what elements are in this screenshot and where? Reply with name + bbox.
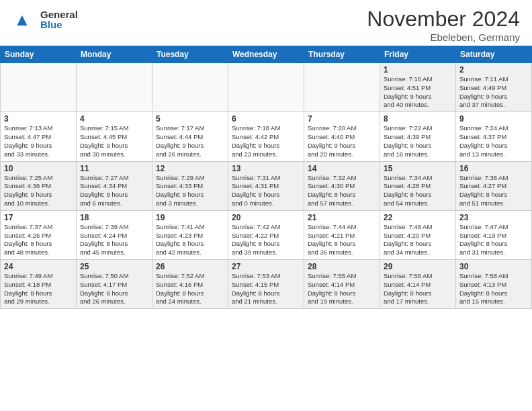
logo-icon: ▲ (12, 7, 38, 32)
location: Ebeleben, Germany (367, 32, 520, 43)
calendar-week-2: 10Sunrise: 7:25 AM Sunset: 4:36 PM Dayli… (1, 161, 532, 210)
day-number: 27 (232, 262, 300, 271)
calendar-cell: 13Sunrise: 7:31 AM Sunset: 4:31 PM Dayli… (228, 161, 304, 210)
day-info: Sunrise: 7:37 AM Sunset: 4:26 PM Dayligh… (4, 223, 73, 257)
calendar-cell: 12Sunrise: 7:29 AM Sunset: 4:33 PM Dayli… (152, 161, 228, 210)
day-info: Sunrise: 7:29 AM Sunset: 4:33 PM Dayligh… (156, 174, 224, 208)
day-info: Sunrise: 7:49 AM Sunset: 4:18 PM Dayligh… (4, 272, 73, 306)
day-info: Sunrise: 7:47 AM Sunset: 4:19 PM Dayligh… (459, 223, 528, 257)
day-info: Sunrise: 7:11 AM Sunset: 4:49 PM Dayligh… (459, 75, 528, 109)
day-info: Sunrise: 7:20 AM Sunset: 4:40 PM Dayligh… (308, 124, 376, 158)
title-area: November 2024 Ebeleben, Germany (367, 7, 520, 43)
logo-text: General Blue (40, 9, 78, 30)
calendar-cell: 3Sunrise: 7:13 AM Sunset: 4:47 PM Daylig… (1, 112, 77, 161)
day-info: Sunrise: 7:52 AM Sunset: 4:16 PM Dayligh… (156, 272, 224, 306)
calendar-cell (1, 63, 77, 112)
calendar-cell: 10Sunrise: 7:25 AM Sunset: 4:36 PM Dayli… (1, 161, 77, 210)
weekday-header-sunday: Sunday (1, 46, 77, 63)
day-info: Sunrise: 7:42 AM Sunset: 4:22 PM Dayligh… (232, 223, 300, 257)
weekday-header-saturday: Saturday (456, 46, 532, 63)
day-number: 28 (308, 262, 376, 271)
calendar-cell: 15Sunrise: 7:34 AM Sunset: 4:28 PM Dayli… (380, 161, 456, 210)
weekday-header-thursday: Thursday (304, 46, 380, 63)
day-info: Sunrise: 7:27 AM Sunset: 4:34 PM Dayligh… (80, 174, 148, 208)
day-number: 9 (459, 114, 528, 124)
day-info: Sunrise: 7:15 AM Sunset: 4:45 PM Dayligh… (80, 124, 148, 158)
day-number: 12 (156, 164, 224, 173)
day-info: Sunrise: 7:41 AM Sunset: 4:23 PM Dayligh… (156, 223, 224, 257)
calendar-cell: 30Sunrise: 7:58 AM Sunset: 4:13 PM Dayli… (456, 260, 532, 309)
logo: ▲ General Blue (12, 7, 78, 32)
calendar-cell: 24Sunrise: 7:49 AM Sunset: 4:18 PM Dayli… (1, 260, 77, 309)
day-number: 19 (156, 213, 224, 222)
calendar-cell: 21Sunrise: 7:44 AM Sunset: 4:21 PM Dayli… (304, 210, 380, 259)
calendar-cell: 18Sunrise: 7:39 AM Sunset: 4:24 PM Dayli… (77, 210, 152, 259)
day-number: 23 (459, 213, 528, 222)
weekday-header-friday: Friday (380, 46, 456, 63)
day-number: 29 (384, 262, 452, 271)
calendar-cell: 14Sunrise: 7:32 AM Sunset: 4:30 PM Dayli… (304, 161, 380, 210)
day-number: 20 (232, 213, 300, 222)
day-info: Sunrise: 7:22 AM Sunset: 4:39 PM Dayligh… (384, 124, 452, 158)
day-number: 14 (308, 164, 376, 173)
day-info: Sunrise: 7:44 AM Sunset: 4:21 PM Dayligh… (308, 223, 376, 257)
day-info: Sunrise: 7:31 AM Sunset: 4:31 PM Dayligh… (232, 174, 300, 208)
weekday-header-monday: Monday (77, 46, 152, 63)
calendar-cell (228, 63, 304, 112)
calendar-cell: 4Sunrise: 7:15 AM Sunset: 4:45 PM Daylig… (77, 112, 152, 161)
month-title: November 2024 (367, 7, 520, 32)
day-info: Sunrise: 7:58 AM Sunset: 4:13 PM Dayligh… (459, 272, 528, 306)
day-info: Sunrise: 7:18 AM Sunset: 4:42 PM Dayligh… (232, 124, 300, 158)
calendar-cell: 19Sunrise: 7:41 AM Sunset: 4:23 PM Dayli… (152, 210, 228, 259)
day-info: Sunrise: 7:46 AM Sunset: 4:20 PM Dayligh… (384, 223, 452, 257)
day-info: Sunrise: 7:50 AM Sunset: 4:17 PM Dayligh… (80, 272, 148, 306)
calendar-week-1: 3Sunrise: 7:13 AM Sunset: 4:47 PM Daylig… (1, 112, 532, 161)
calendar-cell: 17Sunrise: 7:37 AM Sunset: 4:26 PM Dayli… (1, 210, 77, 259)
day-number: 25 (80, 262, 148, 271)
day-number: 24 (4, 262, 73, 271)
day-info: Sunrise: 7:56 AM Sunset: 4:14 PM Dayligh… (384, 272, 452, 306)
calendar-cell: 7Sunrise: 7:20 AM Sunset: 4:40 PM Daylig… (304, 112, 380, 161)
page-header: ▲ General Blue November 2024 Ebeleben, G… (0, 0, 532, 46)
day-info: Sunrise: 7:39 AM Sunset: 4:24 PM Dayligh… (80, 223, 148, 257)
day-number: 22 (384, 213, 452, 222)
calendar-cell: 27Sunrise: 7:53 AM Sunset: 4:15 PM Dayli… (228, 260, 304, 309)
calendar-cell: 2Sunrise: 7:11 AM Sunset: 4:49 PM Daylig… (456, 63, 532, 112)
calendar-cell (152, 63, 228, 112)
calendar-cell: 16Sunrise: 7:36 AM Sunset: 4:27 PM Dayli… (456, 161, 532, 210)
day-number: 5 (156, 114, 224, 124)
svg-text:▲: ▲ (13, 9, 31, 30)
calendar-cell: 5Sunrise: 7:17 AM Sunset: 4:44 PM Daylig… (152, 112, 228, 161)
calendar-cell (77, 63, 152, 112)
calendar-cell: 25Sunrise: 7:50 AM Sunset: 4:17 PM Dayli… (77, 260, 152, 309)
logo-blue: Blue (40, 19, 78, 30)
day-number: 11 (80, 164, 148, 173)
day-info: Sunrise: 7:32 AM Sunset: 4:30 PM Dayligh… (308, 174, 376, 208)
day-info: Sunrise: 7:13 AM Sunset: 4:47 PM Dayligh… (4, 124, 73, 158)
calendar-cell: 26Sunrise: 7:52 AM Sunset: 4:16 PM Dayli… (152, 260, 228, 309)
calendar-cell: 6Sunrise: 7:18 AM Sunset: 4:42 PM Daylig… (228, 112, 304, 161)
calendar-cell (304, 63, 380, 112)
day-number: 10 (4, 164, 73, 173)
day-number: 8 (384, 114, 452, 124)
weekday-header-row: SundayMondayTuesdayWednesdayThursdayFrid… (1, 46, 532, 63)
calendar-cell: 22Sunrise: 7:46 AM Sunset: 4:20 PM Dayli… (380, 210, 456, 259)
day-info: Sunrise: 7:24 AM Sunset: 4:37 PM Dayligh… (459, 124, 528, 158)
day-info: Sunrise: 7:53 AM Sunset: 4:15 PM Dayligh… (232, 272, 300, 306)
day-number: 18 (80, 213, 148, 222)
calendar-cell: 20Sunrise: 7:42 AM Sunset: 4:22 PM Dayli… (228, 210, 304, 259)
calendar-week-3: 17Sunrise: 7:37 AM Sunset: 4:26 PM Dayli… (1, 210, 532, 259)
day-number: 7 (308, 114, 376, 124)
day-number: 15 (384, 164, 452, 173)
day-number: 13 (232, 164, 300, 173)
day-info: Sunrise: 7:17 AM Sunset: 4:44 PM Dayligh… (156, 124, 224, 158)
day-number: 26 (156, 262, 224, 271)
day-number: 3 (4, 114, 73, 124)
calendar-cell: 11Sunrise: 7:27 AM Sunset: 4:34 PM Dayli… (77, 161, 152, 210)
calendar-table: SundayMondayTuesdayWednesdayThursdayFrid… (0, 46, 532, 309)
calendar-week-0: 1Sunrise: 7:10 AM Sunset: 4:51 PM Daylig… (1, 63, 532, 112)
weekday-header-tuesday: Tuesday (152, 46, 228, 63)
calendar-cell: 8Sunrise: 7:22 AM Sunset: 4:39 PM Daylig… (380, 112, 456, 161)
day-info: Sunrise: 7:36 AM Sunset: 4:27 PM Dayligh… (459, 174, 528, 208)
day-number: 16 (459, 164, 528, 173)
